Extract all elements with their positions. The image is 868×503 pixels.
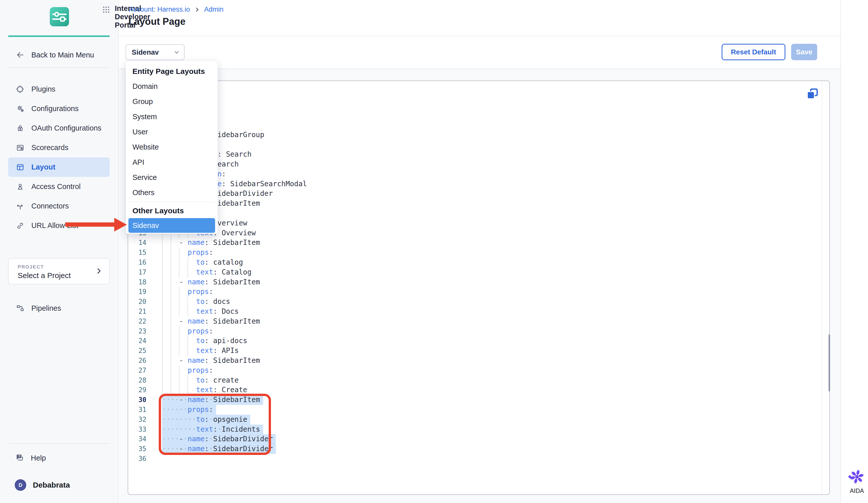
sidebar-item-label: Access Control: [31, 182, 81, 191]
dropdown-item-others[interactable]: Others: [126, 185, 218, 200]
dropdown-item-system[interactable]: System: [126, 109, 218, 124]
indent-guide: [162, 306, 196, 316]
line-number: 24: [128, 336, 146, 346]
user-menu[interactable]: D Debabrata: [8, 477, 110, 493]
code-line: 7children:: [128, 169, 821, 179]
dropdown-item-api[interactable]: API: [126, 154, 218, 170]
breadcrumb-admin-link[interactable]: Admin: [204, 6, 224, 13]
code-line-content: ····-·name:·SidebarDivider: [162, 434, 276, 444]
divider: [8, 443, 110, 444]
back-to-main-menu[interactable]: Back to Main Menu: [8, 47, 110, 63]
code-line: 1page:: [128, 110, 821, 120]
dropdown-item-website[interactable]: Website: [126, 139, 218, 154]
whitespace-dot: ·: [162, 444, 166, 453]
dropdown-item-sidenav[interactable]: Sidenav: [128, 218, 215, 233]
line-number: 26: [128, 356, 146, 365]
line-number: 35: [128, 444, 146, 454]
sidebar-item-configurations[interactable]: Configurations: [8, 99, 110, 118]
dropdown-divider: [128, 202, 215, 202]
whitespace-dot: ·: [170, 444, 175, 453]
line-number: 21: [128, 306, 146, 316]
breadcrumb-chevron-icon: [194, 7, 200, 13]
code-line: 27props:: [128, 365, 821, 375]
aida-icon: [847, 467, 867, 486]
breadcrumb: Account: Harness.io Admin: [129, 6, 224, 13]
code-line-content: - name: SidebarItem: [162, 316, 260, 326]
app-logo: Internal Developer Portal: [8, 7, 111, 26]
whitespace-dot: ·: [192, 415, 196, 424]
whitespace-dot: ·: [175, 395, 179, 404]
layout-page: Internal Developer Portal Back to Main M…: [0, 0, 868, 503]
code-line: 23props:: [128, 326, 821, 336]
sidebar-item-access-control[interactable]: Access Control: [8, 177, 110, 197]
code-line-content: props:: [162, 365, 213, 375]
code-line: 8- name: SidebarSearchModal: [128, 179, 821, 189]
line-number: 36: [128, 454, 146, 464]
sidebar-item-pipelines[interactable]: Pipelines: [8, 299, 110, 317]
connectors-icon: [16, 202, 25, 211]
whitespace-dot: ·: [183, 444, 188, 453]
sidebar-item-label: Layout: [31, 163, 55, 171]
whitespace-dot: ·: [162, 415, 166, 424]
avatar: D: [15, 479, 26, 491]
sidebar-item-oauth-configurations[interactable]: OAuth Configurations: [8, 118, 110, 138]
whitespace-dot: ·: [170, 435, 175, 443]
sidebar-item-scorecards[interactable]: Scorecards: [8, 138, 110, 157]
scrollbar-thumb[interactable]: [829, 334, 830, 391]
code-line-content: ········text:·Incidents: [162, 424, 263, 434]
indent-guide: [162, 336, 196, 346]
line-number: 28: [128, 375, 146, 385]
code-line: 3- name: SidebarGroup: [128, 130, 821, 140]
whitespace-dot: ·: [188, 425, 192, 433]
breadcrumb-account-link[interactable]: Account: Harness.io: [129, 6, 190, 13]
code-line-content: props:: [162, 326, 213, 336]
sidebar-item-plugins[interactable]: Plugins: [8, 79, 110, 99]
code-line: 20to: docs: [128, 297, 821, 306]
reset-default-button[interactable]: Reset Default: [722, 44, 785, 60]
whitespace-dot: ·: [162, 435, 166, 443]
code-area[interactable]: 1page:2children:3- name: SidebarGroup4pr…: [128, 110, 821, 464]
dropdown-item-domain[interactable]: Domain: [126, 79, 218, 94]
code-line: 24to: api-docs: [128, 336, 821, 346]
code-line-content: to: api-docs: [162, 336, 247, 346]
whitespace-dot: ·: [170, 425, 175, 433]
copy-icon[interactable]: [806, 87, 819, 101]
pipelines-icon: [16, 304, 25, 313]
chevron-down-icon: [173, 49, 180, 56]
sidebar-item-layout[interactable]: Layout: [8, 157, 110, 177]
code-line-content: ······props:: [162, 405, 216, 415]
code-line-content: to: catalog: [162, 258, 243, 268]
divider: [119, 36, 840, 36]
dropdown-item-service[interactable]: Service: [126, 170, 218, 185]
code-line-content: text: Catalog: [162, 268, 251, 277]
dropdown-item-user[interactable]: User: [126, 124, 218, 139]
sidebar-item-connectors[interactable]: Connectors: [8, 197, 110, 216]
code-line: 5label: Search: [128, 150, 821, 159]
whitespace-dot: ·: [170, 405, 175, 414]
sidebar-item-label: Plugins: [31, 85, 55, 93]
line-number: 17: [128, 268, 146, 277]
whitespace-dot: ·: [188, 415, 192, 424]
whitespace-dot: ·: [166, 395, 170, 404]
url-allow-list-icon: [16, 221, 25, 230]
aida-label: AIDA: [847, 487, 867, 494]
code-line-content: ········to:·opsgenie: [162, 415, 250, 424]
page-title: Layout Page: [128, 16, 186, 27]
aida-button[interactable]: AIDA: [847, 467, 867, 494]
dropdown-item-group[interactable]: Group: [126, 94, 218, 109]
help-button[interactable]: ? Help: [8, 450, 110, 466]
whitespace-dot: ·: [179, 405, 183, 414]
app-switcher-grid-icon[interactable]: [102, 5, 111, 14]
save-button[interactable]: Save: [791, 44, 817, 60]
yaml-editor[interactable]: 1page:2children:3- name: SidebarGroup4pr…: [128, 80, 830, 495]
project-selector[interactable]: PROJECT Select a Project: [8, 258, 110, 284]
layout-select[interactable]: Sidenav: [126, 44, 185, 60]
whitespace-dot: ·: [166, 435, 170, 443]
project-label: PROJECT: [18, 264, 44, 270]
indent-guide: [162, 316, 179, 326]
line-number: 19: [128, 287, 146, 297]
oauth-icon: [16, 124, 25, 133]
whitespace-dot: ·: [209, 444, 213, 453]
line-number: 16: [128, 258, 146, 268]
brand-divider: [8, 36, 110, 37]
